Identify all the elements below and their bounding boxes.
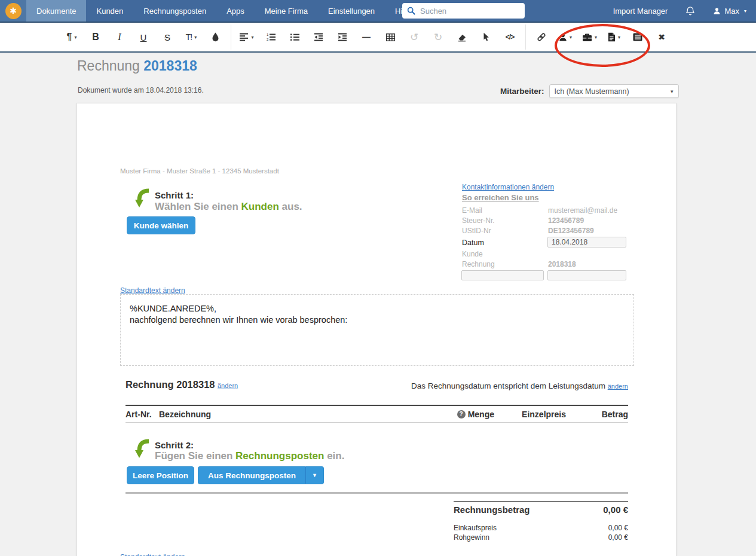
paragraph-style-button[interactable]: ¶▾ xyxy=(65,27,79,47)
close-icon: ✖ xyxy=(658,32,665,42)
outdent-button[interactable] xyxy=(311,27,326,47)
font-size-button[interactable]: T!▾ xyxy=(184,27,198,47)
mitarbeiter-label: Mitarbeiter: xyxy=(500,87,544,96)
help-question-icon[interactable]: ? xyxy=(457,410,466,418)
italic-button[interactable]: I xyxy=(112,27,127,47)
redo-button[interactable]: ↻ xyxy=(431,27,445,47)
ordered-list-icon: 12 xyxy=(267,33,276,41)
steuer-nr-value: 123456789 xyxy=(548,216,584,225)
asterisk-logo-icon: ✱ xyxy=(5,3,22,19)
step2-highlight-text: Rechnungsposten xyxy=(235,450,324,462)
col-menge: ? Menge xyxy=(428,410,494,419)
datum-input[interactable]: 18.04.2018 xyxy=(547,237,626,248)
invoice-heading-row: Rechnung 2018318 ändern xyxy=(126,379,238,390)
date-note-aendern-link[interactable]: ändern xyxy=(608,383,628,390)
step1-post-text: aus. xyxy=(282,201,302,212)
notifications-bell-icon[interactable] xyxy=(685,6,695,16)
col-art-nr: Art-Nr. xyxy=(126,410,159,419)
tab-apps[interactable]: Apps xyxy=(216,0,255,22)
undo-button[interactable]: ↺ xyxy=(407,27,421,47)
page-title-prefix: Rechnung xyxy=(77,58,140,74)
insert-link-button[interactable] xyxy=(534,27,549,47)
mitarbeiter-select[interactable]: Ich (Max Mustermann) ▾ xyxy=(549,84,679,98)
file-text-icon xyxy=(607,32,616,42)
code-icon: </> xyxy=(506,33,514,41)
steuer-nr-label: Steuer-Nr. xyxy=(462,216,495,225)
underline-button[interactable]: U xyxy=(136,27,151,47)
html-code-button[interactable]: </> xyxy=(503,27,517,47)
step2-arrow-icon xyxy=(134,438,150,463)
indent-icon xyxy=(338,33,347,41)
search-box[interactable] xyxy=(402,3,525,19)
totals-main-row: Rechnungsbetrag 0,00 € xyxy=(454,505,628,515)
aus-rechnungsposten-dropdown[interactable]: ▼ xyxy=(305,466,324,484)
einkaufspreis-label: Einkaufspreis xyxy=(454,524,497,532)
text-color-button[interactable] xyxy=(208,27,222,47)
aus-rechnungsposten-button[interactable]: Aus Rechnungsposten xyxy=(198,466,305,484)
tab-dokumente[interactable]: Dokumente xyxy=(26,0,86,22)
kunde-waehlen-button[interactable]: Kunde wählen xyxy=(127,216,195,234)
app-logo[interactable]: ✱ xyxy=(0,0,26,22)
horizontal-rule-button[interactable]: — xyxy=(359,27,374,47)
insert-document-dropdown[interactable]: ▾ xyxy=(607,27,621,47)
page-title-number: 2018318 xyxy=(143,58,197,74)
ordered-list-button[interactable]: 12 xyxy=(264,27,278,47)
date-note-row: Das Rechnungsdatum entspricht dem Leistu… xyxy=(411,381,628,390)
invoice-document-card: Muster Firma - Muster Straße 1 - 12345 M… xyxy=(76,103,677,556)
rechnung-label: Rechnung xyxy=(462,260,495,268)
email-value: musteremail@mail.de xyxy=(548,206,617,215)
droplet-icon xyxy=(212,32,219,42)
top-navbar: ✱ Dokumente Kunden Rechnungsposten Apps … xyxy=(0,0,756,23)
close-editor-button[interactable]: ✖ xyxy=(654,27,669,47)
tab-einstellungen[interactable]: Einstellungen xyxy=(318,0,385,22)
indent-button[interactable] xyxy=(335,27,350,47)
chevron-down-icon: ▼ xyxy=(312,472,317,478)
kontaktinformationen-aendern-link[interactable]: Kontaktinformationen ändern xyxy=(462,183,554,191)
chevron-down-icon: ▾ xyxy=(74,35,76,40)
items-table-header: Art-Nr. Bezeichnung ? Menge Einzelpreis … xyxy=(126,405,628,423)
intro-text-box[interactable]: %KUNDE.ANREDE%, nachfolgend berechnen wi… xyxy=(120,294,634,366)
menge-label: Menge xyxy=(468,410,494,419)
toolbar-divider xyxy=(525,25,526,50)
rechnungsbetrag-label: Rechnungsbetrag xyxy=(454,505,530,515)
briefcase-icon xyxy=(582,33,592,42)
step1-title: Schritt 1: xyxy=(155,190,194,200)
leere-position-button[interactable]: Leere Position xyxy=(127,466,194,484)
tab-rechnungsposten[interactable]: Rechnungsposten xyxy=(133,0,216,22)
step1-arrow-icon xyxy=(134,188,150,213)
eraser-icon xyxy=(457,33,467,42)
kunde-nr-input[interactable] xyxy=(461,270,544,280)
tab-kunden[interactable]: Kunden xyxy=(86,0,133,22)
rohgewinn-value: 0,00 € xyxy=(608,533,628,542)
unordered-list-button[interactable] xyxy=(287,27,302,47)
mitarbeiter-selected-value: Ich (Max Mustermann) xyxy=(555,87,629,96)
insert-customer-dropdown[interactable]: ▾ xyxy=(558,27,573,47)
strikethrough-button[interactable]: S xyxy=(160,27,175,47)
invoice-heading-aendern-link[interactable]: ändern xyxy=(218,382,238,389)
import-manager-link[interactable]: Import Manager xyxy=(613,7,668,16)
tab-meine-firma[interactable]: Meine Firma xyxy=(255,0,318,22)
insert-table-button[interactable] xyxy=(383,27,397,47)
invoice-heading: Rechnung 2018318 xyxy=(126,379,215,390)
rechnung-nr-input[interactable] xyxy=(547,270,626,280)
aus-rechnungsposten-split-button: Aus Rechnungsposten ▼ xyxy=(198,466,324,484)
svg-text:1: 1 xyxy=(267,33,269,36)
section-divider xyxy=(126,492,628,494)
bold-button[interactable]: B xyxy=(88,27,103,47)
standardtext-aendern-link[interactable]: Standardtext ändern xyxy=(120,286,185,295)
align-button[interactable]: ▾ xyxy=(240,27,254,47)
insert-company-dropdown[interactable]: ▾ xyxy=(582,27,597,47)
rohgewinn-label: Rohgewinn xyxy=(454,533,489,542)
chevron-down-icon: ▾ xyxy=(251,35,253,40)
svg-text:2: 2 xyxy=(267,38,269,41)
user-menu[interactable]: Max ▾ xyxy=(713,7,746,16)
eraser-button[interactable] xyxy=(455,27,469,47)
footer-standardtext-aendern-link[interactable]: Standardtext ändern xyxy=(120,553,185,556)
search-input[interactable] xyxy=(419,6,520,16)
step1-highlight-text: Kunden xyxy=(241,201,279,212)
contact-heading: So erreichen Sie uns xyxy=(462,193,539,202)
ustid-label: UStID-Nr xyxy=(462,227,491,235)
pointer-button[interactable] xyxy=(479,27,493,47)
user-icon xyxy=(713,7,721,15)
template-box-button[interactable] xyxy=(630,27,645,47)
